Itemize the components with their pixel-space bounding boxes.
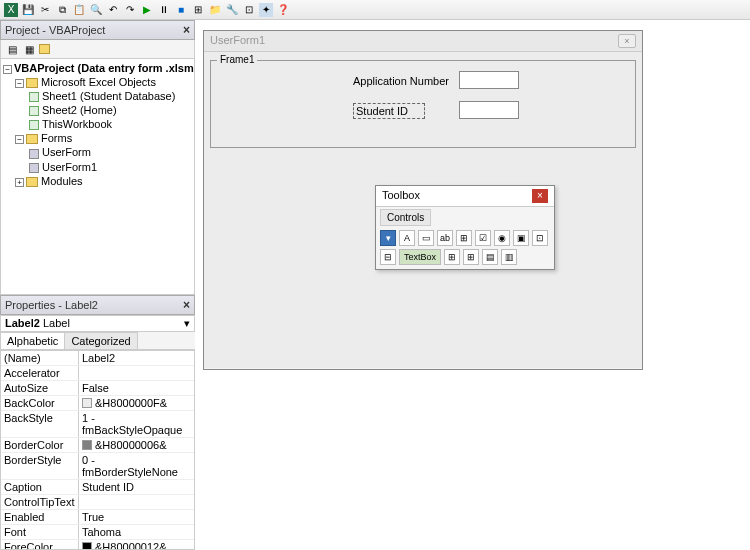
property-row[interactable]: AutoSizeFalse <box>1 381 194 396</box>
property-row[interactable]: CaptionStudent ID <box>1 480 194 495</box>
project-icon[interactable]: 📁 <box>208 3 222 17</box>
workbook-node[interactable]: ThisWorkbook <box>42 118 112 130</box>
property-value[interactable]: Student ID <box>79 480 194 494</box>
form-icon <box>29 163 39 173</box>
toolbox-window[interactable]: Toolbox × Controls ▾ A ▭ ab ⊞ ☑ ◉ ▣ ⊡ ⊟ … <box>375 185 555 270</box>
tool-textbox[interactable]: ▭ <box>418 230 434 246</box>
tool-multipage[interactable]: ⊞ <box>463 249 479 265</box>
label-app-number[interactable]: Application Number <box>353 75 449 87</box>
tool-toggle[interactable]: ▣ <box>513 230 529 246</box>
folder-icon <box>26 78 38 88</box>
tool-checkbox[interactable]: ☑ <box>475 230 491 246</box>
property-value[interactable]: 0 - fmBorderStyleNone <box>79 453 194 479</box>
tool-command[interactable]: ⊟ <box>380 249 396 265</box>
copy-icon[interactable]: ⧉ <box>55 3 69 17</box>
expand-icon[interactable]: − <box>15 79 24 88</box>
project-tree[interactable]: −VBAProject (Data entry form .xlsm) −Mic… <box>0 59 195 295</box>
forms-node[interactable]: Forms <box>41 132 72 144</box>
save-icon[interactable]: 💾 <box>21 3 35 17</box>
main-toolbar: X 💾 ✂ ⧉ 📋 🔍 ↶ ↷ ▶ ⏸ ■ ⊞ 📁 🔧 ⊡ ✦ ❓ <box>0 0 750 20</box>
property-value[interactable]: True <box>79 510 194 524</box>
property-row[interactable]: BackColor&H8000000F& <box>1 396 194 411</box>
close-icon[interactable]: × <box>183 23 190 37</box>
view-code-icon[interactable]: ▤ <box>5 42 19 56</box>
tool-scrollbar[interactable]: ▤ <box>482 249 498 265</box>
sheet-node[interactable]: Sheet1 (Student Database) <box>42 90 175 102</box>
properties-grid[interactable]: (Name)Label2AcceleratorAutoSizeFalseBack… <box>0 350 195 550</box>
toolbox-title-text: Toolbox <box>382 189 420 203</box>
property-value[interactable] <box>79 495 194 509</box>
property-name: ForeColor <box>1 540 79 550</box>
sheet-node[interactable]: Sheet2 (Home) <box>42 104 117 116</box>
modules-node[interactable]: Modules <box>41 175 83 187</box>
property-row[interactable]: EnabledTrue <box>1 510 194 525</box>
form-node[interactable]: UserForm <box>42 146 91 158</box>
tab-alphabetic[interactable]: Alphabetic <box>0 332 65 349</box>
close-icon[interactable]: × <box>183 298 190 312</box>
property-value[interactable]: Tahoma <box>79 525 194 539</box>
redo-icon[interactable]: ↷ <box>123 3 137 17</box>
run-icon[interactable]: ▶ <box>140 3 154 17</box>
tool-option[interactable]: ◉ <box>494 230 510 246</box>
project-root[interactable]: VBAProject (Data entry form .xlsm) <box>14 62 195 74</box>
tool-frame[interactable]: ⊡ <box>532 230 548 246</box>
object-selector[interactable]: Label2 Label ▾ <box>0 315 195 332</box>
help-icon[interactable]: ❓ <box>276 3 290 17</box>
excel-icon[interactable]: X <box>4 3 18 17</box>
property-value[interactable] <box>79 366 194 380</box>
textbox-app-number[interactable] <box>459 71 519 89</box>
textbox-student-id[interactable] <box>459 101 519 119</box>
expand-icon[interactable]: − <box>15 135 24 144</box>
pause-icon[interactable]: ⏸ <box>157 3 171 17</box>
chevron-down-icon: ▾ <box>184 317 190 330</box>
folder-toggle-icon[interactable] <box>39 42 53 56</box>
stop-icon[interactable]: ■ <box>174 3 188 17</box>
undo-icon[interactable]: ↶ <box>106 3 120 17</box>
tool-listbox[interactable]: ⊞ <box>456 230 472 246</box>
property-value[interactable]: &H80000006& <box>79 438 194 452</box>
browser-icon[interactable]: ⊡ <box>242 3 256 17</box>
property-row[interactable]: BackStyle1 - fmBackStyleOpaque <box>1 411 194 438</box>
paste-icon[interactable]: 📋 <box>72 3 86 17</box>
property-row[interactable]: (Name)Label2 <box>1 351 194 366</box>
tool-spin[interactable]: ▥ <box>501 249 517 265</box>
toolbox-icon[interactable]: ✦ <box>259 3 273 17</box>
view-object-icon[interactable]: ▦ <box>22 42 36 56</box>
property-row[interactable]: ForeColor&H80000012& <box>1 540 194 550</box>
props-icon[interactable]: 🔧 <box>225 3 239 17</box>
property-value[interactable]: Label2 <box>79 351 194 365</box>
cut-icon[interactable]: ✂ <box>38 3 52 17</box>
tab-categorized[interactable]: Categorized <box>64 332 137 349</box>
label-student-id[interactable]: Student ID <box>353 103 425 119</box>
property-name: Accelerator <box>1 366 79 380</box>
excel-objects-node[interactable]: Microsoft Excel Objects <box>41 76 156 88</box>
form-node[interactable]: UserForm1 <box>42 161 97 173</box>
tool-textbox-hover[interactable]: TextBox <box>399 249 441 265</box>
tool-tabstrip[interactable]: ⊞ <box>444 249 460 265</box>
property-row[interactable]: BorderStyle0 - fmBorderStyleNone <box>1 453 194 480</box>
property-value[interactable]: &H8000000F& <box>79 396 194 410</box>
toolbox-titlebar[interactable]: Toolbox × <box>376 186 554 207</box>
property-value[interactable]: False <box>79 381 194 395</box>
property-row[interactable]: Accelerator <box>1 366 194 381</box>
project-pane-title: Project - VBAProject × <box>0 20 195 40</box>
tool-combobox[interactable]: ab <box>437 230 453 246</box>
toolbox-tab-controls[interactable]: Controls <box>380 209 431 226</box>
expand-icon[interactable]: + <box>15 178 24 187</box>
property-row[interactable]: FontTahoma <box>1 525 194 540</box>
property-value[interactable]: &H80000012& <box>79 540 194 550</box>
find-icon[interactable]: 🔍 <box>89 3 103 17</box>
tool-pointer[interactable]: ▾ <box>380 230 396 246</box>
form-close-icon[interactable]: × <box>618 34 636 48</box>
property-row[interactable]: BorderColor&H80000006& <box>1 438 194 453</box>
property-row[interactable]: ControlTipText <box>1 495 194 510</box>
tool-label[interactable]: A <box>399 230 415 246</box>
frame-control[interactable]: Frame1 Application Number Student ID <box>210 60 636 148</box>
form-title: UserForm1 <box>210 34 265 48</box>
design-icon[interactable]: ⊞ <box>191 3 205 17</box>
designer-titlebar[interactable]: UserForm1 × <box>204 31 642 52</box>
properties-pane-title: Properties - Label2 × <box>0 295 195 315</box>
expand-icon[interactable]: − <box>3 65 12 74</box>
toolbox-close-icon[interactable]: × <box>532 189 548 203</box>
property-value[interactable]: 1 - fmBackStyleOpaque <box>79 411 194 437</box>
